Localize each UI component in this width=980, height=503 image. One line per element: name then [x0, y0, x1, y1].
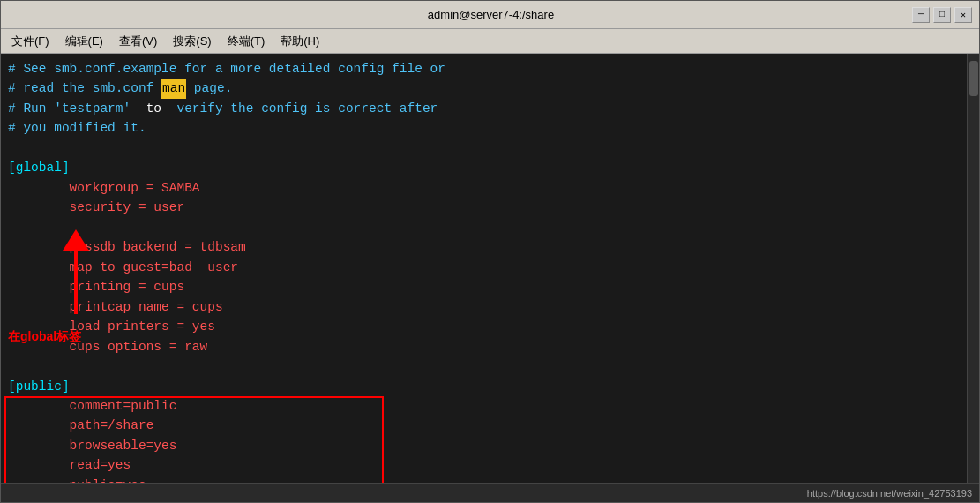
- scrollbar-thumb[interactable]: [969, 61, 978, 96]
- line-comment: comment=public: [8, 396, 972, 416]
- line-read: read=yes: [8, 455, 972, 475]
- line-workgroup: workgroup = SAMBA: [8, 178, 972, 198]
- minimize-button[interactable]: ─: [912, 7, 930, 23]
- line-blank-2: [8, 218, 972, 237]
- window-title: admin@server7-4:/share: [70, 8, 912, 21]
- menu-bar: 文件(F) 编辑(E) 查看(V) 搜索(S) 终端(T) 帮助(H): [1, 29, 979, 54]
- menu-view[interactable]: 查看(V): [112, 32, 164, 51]
- line-global: [global]: [8, 158, 972, 177]
- line-path: path=/share: [8, 416, 972, 435]
- terminal-content[interactable]: # See smb.conf.example for a more detail…: [1, 54, 979, 483]
- window-controls: ─ □ ✕: [912, 7, 972, 23]
- scrollbar-vertical[interactable]: [967, 54, 979, 483]
- line-1: # See smb.conf.example for a more detail…: [8, 59, 972, 79]
- menu-search[interactable]: 搜索(S): [166, 32, 218, 51]
- menu-edit[interactable]: 编辑(E): [58, 32, 110, 51]
- line-security: security = user: [8, 198, 972, 217]
- line-mapguest: map to guest=bad user: [8, 258, 972, 277]
- line-3: # Run 'testparm' to verify the config is…: [8, 99, 972, 118]
- menu-help[interactable]: 帮助(H): [273, 32, 326, 51]
- terminal-window: admin@server7-4:/share ─ □ ✕ 文件(F) 编辑(E)…: [0, 0, 980, 503]
- line-blank-1: [8, 139, 972, 158]
- line-printcap: printcap name = cups: [8, 297, 972, 317]
- line-passdb: passdb backend = tdbsam: [8, 237, 972, 257]
- highlight-man: man: [161, 79, 186, 98]
- menu-terminal[interactable]: 终端(T): [221, 32, 273, 51]
- status-bar: https://blog.csdn.net/weixin_42753193: [1, 483, 979, 502]
- line-cups: cups options = raw: [8, 337, 972, 357]
- status-url: https://blog.csdn.net/weixin_42753193: [807, 488, 972, 499]
- line-blank-3: [8, 357, 972, 376]
- line-4: # you modified it.: [8, 118, 972, 138]
- title-bar: admin@server7-4:/share ─ □ ✕: [1, 1, 979, 29]
- maximize-button[interactable]: □: [933, 7, 951, 23]
- menu-file[interactable]: 文件(F): [4, 32, 56, 51]
- close-button[interactable]: ✕: [954, 7, 972, 23]
- line-browseable: browseable=yes: [8, 436, 972, 455]
- line-public: [public]: [8, 377, 972, 396]
- line-loadprinters: load printers = yes: [8, 317, 972, 336]
- line-publicyes: public=yes: [8, 476, 972, 483]
- line-printing: printing = cups: [8, 277, 972, 297]
- line-2: # read the smb.conf man page.: [8, 79, 972, 98]
